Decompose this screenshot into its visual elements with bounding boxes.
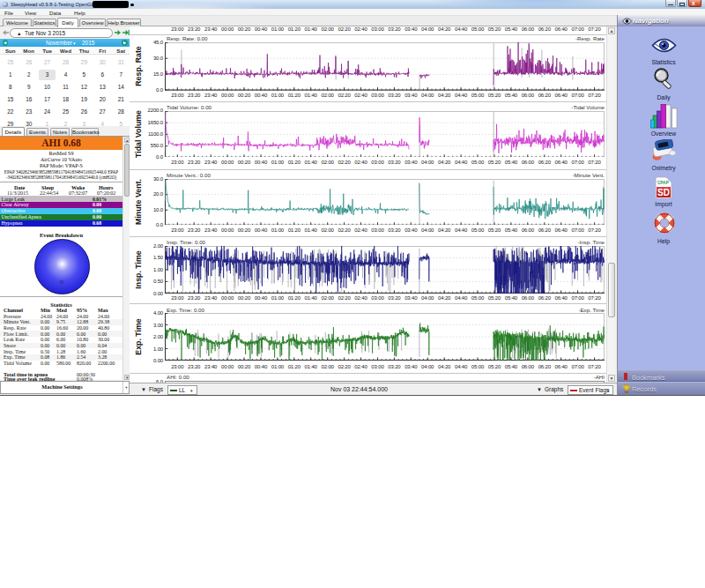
svg-text:SD: SD — [657, 188, 670, 197]
